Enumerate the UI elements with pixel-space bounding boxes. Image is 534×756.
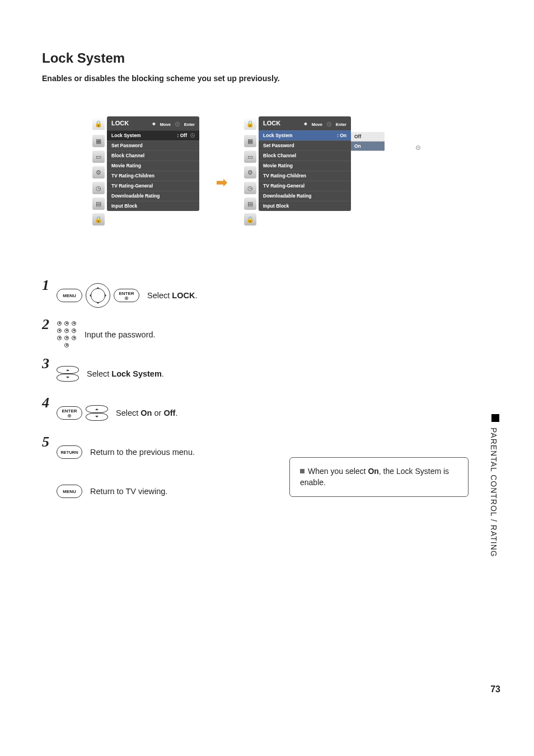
page-subtitle: Enables or disables the blocking scheme … xyxy=(42,74,492,83)
osd-item-label: Movie Rating xyxy=(111,163,141,168)
note-text: When you select On, the Lock System is e… xyxy=(300,467,449,487)
submenu: Off On xyxy=(351,132,385,151)
osd-item[interactable]: Set Password xyxy=(107,140,199,151)
lock-icon: 🔒 xyxy=(244,213,256,226)
sidebar-icon: ▤ xyxy=(92,198,105,210)
page-number: 73 xyxy=(490,684,500,694)
osd-item[interactable]: Set Password xyxy=(259,140,351,151)
osd-item[interactable]: Downloadable Rating xyxy=(259,191,351,201)
osd-icon-column: 🔒 ▦ ▭ ⚙ ◷ ▤ 🔒 xyxy=(244,116,256,226)
numpad-icon[interactable] xyxy=(57,321,77,349)
step-1: 1 MENU ENTER Select LOCK. xyxy=(42,281,492,309)
enter-button-label: ENTER xyxy=(119,291,134,296)
osd-item[interactable]: TV Rating-Children xyxy=(107,171,199,181)
page-title: Lock System xyxy=(42,50,492,66)
step-text: Select LOCK. xyxy=(147,291,197,300)
step-text: Input the password. xyxy=(85,330,156,339)
osd-header-move: Move xyxy=(312,122,322,127)
enter-button-label: ENTER xyxy=(62,408,77,414)
osd-item[interactable]: Movie Rating xyxy=(107,161,199,171)
step-text: Return to TV viewing. xyxy=(90,487,167,496)
osd-item-label: Input Block xyxy=(111,203,137,209)
osd-panel-1-group: 🔒 ▦ ▭ ⚙ ◷ ▤ 🔒 LOCK ✥ Move Enter xyxy=(92,116,199,226)
osd-panel-2: LOCK ✥ Move Enter Lock System : On Set P… xyxy=(259,116,351,211)
osd-item-label: Block Channel xyxy=(263,153,296,158)
enter-icon xyxy=(175,122,180,126)
osd-item-lock-system[interactable]: Lock System : Off xyxy=(107,130,199,140)
submenu-label: On xyxy=(354,143,361,149)
osd-item-label: Movie Rating xyxy=(263,163,293,168)
step-number: 5 xyxy=(42,434,49,450)
osd-header-enter: Enter xyxy=(336,122,346,127)
submenu-option-on[interactable]: On xyxy=(351,142,385,151)
lock-icon: 🔒 xyxy=(92,118,105,130)
sidebar-icon: ◷ xyxy=(244,182,256,194)
sidebar-icon: ▦ xyxy=(92,135,105,147)
osd-item[interactable]: Block Channel xyxy=(107,151,199,161)
osd-item[interactable]: Movie Rating xyxy=(259,161,351,171)
side-label: PARENTAL CONTROL / RATING xyxy=(489,428,498,557)
osd-item-label: Set Password xyxy=(111,143,143,148)
enter-icon xyxy=(327,122,331,126)
updown-icon[interactable] xyxy=(86,405,108,421)
step-number: 4 xyxy=(42,395,49,411)
return-button[interactable]: RETURN xyxy=(57,445,82,459)
osd-item[interactable]: TV Rating-General xyxy=(107,181,199,191)
lock-icon: 🔒 xyxy=(244,118,256,130)
osd-item-label: Lock System xyxy=(111,133,140,138)
sidebar-icon: ▭ xyxy=(92,151,105,163)
sidebar-icon: ⚙ xyxy=(244,166,256,179)
tab-marker-icon xyxy=(491,414,499,422)
osd-item-value: : On xyxy=(337,133,346,138)
osd-item-label: Input Block xyxy=(263,203,289,209)
osd-header-enter: Enter xyxy=(184,122,195,127)
osd-item-label: TV Rating-General xyxy=(263,183,305,189)
side-tab: PARENTAL CONTROL / RATING xyxy=(489,414,502,576)
osd-item-label: TV Rating-Children xyxy=(111,173,154,179)
osd-item-label: Lock System xyxy=(263,133,292,138)
osd-icon-column: 🔒 ▦ ▭ ⚙ ◷ ▤ 🔒 xyxy=(92,116,105,226)
osd-header: LOCK ✥ Move Enter xyxy=(107,116,199,130)
osd-item[interactable]: Input Block xyxy=(107,201,199,211)
osd-item-label: Downloadable Rating xyxy=(263,193,311,199)
osd-header-move: Move xyxy=(160,122,171,127)
enter-button[interactable]: ENTER xyxy=(57,406,82,420)
submenu-wrap: Off On xyxy=(351,116,385,151)
sidebar-icon: ◷ xyxy=(92,182,105,194)
step-text: Select Lock System. xyxy=(87,369,164,378)
step-2: 2 Input the password. xyxy=(42,321,492,349)
osd-item-label: TV Rating-Children xyxy=(263,173,306,179)
sidebar-icon: ⚙ xyxy=(92,166,105,179)
step-number: 1 xyxy=(42,277,49,294)
step-4: 4 ENTER Select On or Off. xyxy=(42,399,492,427)
osd-item[interactable]: Input Block xyxy=(259,201,351,211)
dpad-icon[interactable] xyxy=(86,283,110,308)
submenu-option-off[interactable]: Off xyxy=(351,132,385,142)
step-number: 3 xyxy=(42,355,49,372)
osd-item-label: Set Password xyxy=(263,143,294,148)
sidebar-icon: ▦ xyxy=(244,135,256,147)
step-3: 3 Select Lock System. xyxy=(42,360,492,388)
osd-header-title: LOCK xyxy=(263,120,280,126)
updown-icon[interactable] xyxy=(57,366,79,382)
osd-item[interactable]: Downloadable Rating xyxy=(107,191,199,201)
enter-icon xyxy=(416,145,420,150)
osd-item-label: Downloadable Rating xyxy=(111,193,160,199)
move-icon: ✥ xyxy=(152,122,156,126)
osd-header: LOCK ✥ Move Enter xyxy=(259,116,351,130)
osd-item-value: : Off xyxy=(177,133,187,138)
osd-item-lock-system[interactable]: Lock System : On xyxy=(259,130,351,140)
enter-icon xyxy=(68,414,71,417)
menu-button[interactable]: MENU xyxy=(57,485,82,498)
step-text: Return to the previous menu. xyxy=(90,448,195,457)
step-number: 2 xyxy=(42,316,49,333)
osd-item[interactable]: Block Channel xyxy=(259,151,351,161)
osd-item-label: Block Channel xyxy=(111,153,144,158)
arrow-right-icon: ➡ xyxy=(216,175,227,190)
osd-item[interactable]: TV Rating-Children xyxy=(259,171,351,181)
note-box: When you select On, the Lock System is e… xyxy=(289,457,469,497)
enter-button[interactable]: ENTER xyxy=(114,289,139,302)
osd-item[interactable]: TV Rating-General xyxy=(259,181,351,191)
step-text: Select On or Off. xyxy=(116,408,177,417)
menu-button[interactable]: MENU xyxy=(57,289,82,302)
